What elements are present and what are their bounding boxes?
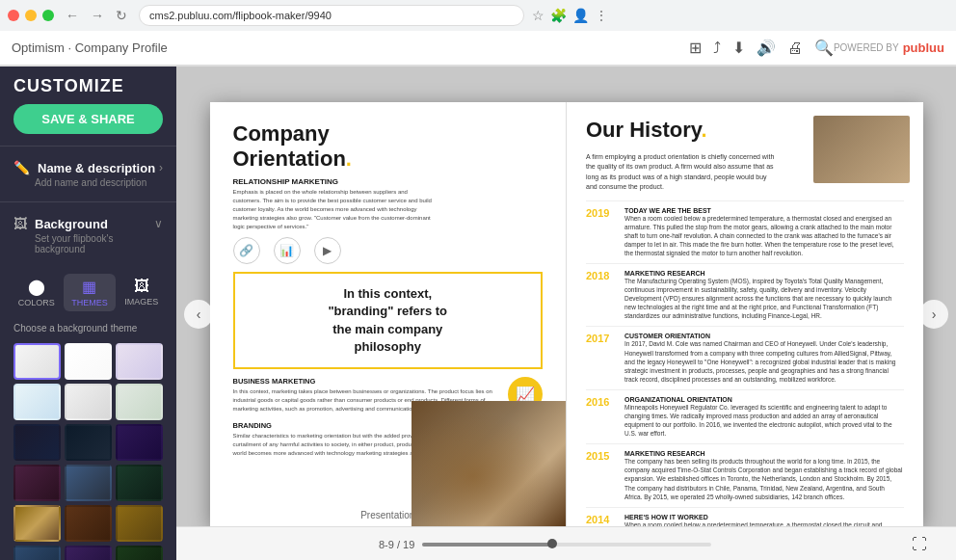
timeline-title-2017: CUSTOMER ORIENTATION [624, 333, 904, 339]
theme-swatch-4[interactable] [13, 384, 61, 420]
theme-swatch-6[interactable] [116, 384, 163, 420]
zoom-icon[interactable]: 🔍 [814, 39, 834, 57]
theme-swatch-13[interactable] [13, 505, 61, 542]
images-icon: 🖼 [134, 278, 149, 295]
year-2018: 2018 [586, 270, 617, 281]
choose-theme-label: Choose a background theme [0, 317, 176, 339]
theme-swatch-3[interactable] [116, 343, 163, 380]
back-button[interactable]: ← [62, 6, 83, 25]
theme-swatch-1[interactable] [13, 343, 61, 380]
app-toolbar: Optimism · Company Profile ⊞ ⤴ ⬇ 🔊 🖨 🔍 P… [0, 31, 956, 66]
toolbar-icons: ⊞ ⤴ ⬇ 🔊 🖨 🔍 [689, 39, 834, 57]
name-section-subtitle: Add name and description [35, 177, 163, 188]
chart-icon[interactable]: 📊 [274, 237, 301, 264]
browser-nav: ← → ↻ [62, 6, 131, 25]
timeline-title-2018: MARKETING RESEARCH [624, 270, 904, 277]
theme-swatch-5[interactable] [65, 384, 112, 420]
page-label: Presentation [360, 510, 414, 520]
theme-swatch-16[interactable] [13, 546, 61, 560]
timeline-title-2015: MARKETING RESEARCH [624, 450, 904, 457]
browser-actions: ☆ 🧩 👤 ⋮ [532, 8, 608, 23]
page-scrubber[interactable] [422, 543, 711, 547]
sidebar: CUSTOMIZE SAVE & SHARE ✏️ Name & descrip… [0, 67, 176, 560]
url-text: cms2.publuu.com/flipbook-maker/9940 [149, 10, 332, 21]
window-maximize-dot[interactable] [42, 10, 54, 21]
theme-swatch-2[interactable] [65, 343, 112, 380]
link-icon[interactable]: 🔗 [233, 237, 260, 264]
right-page-header: Our History. [586, 118, 904, 147]
timeline-item-2014: 2014 HERE'S HOW IT WORKED When a room co… [586, 507, 904, 526]
fullscreen-button[interactable]: ⛶ [912, 536, 927, 553]
timeline-item-2019: 2019 TODAY WE ARE THE BEST When a room c… [586, 200, 904, 263]
bg-section-header[interactable]: 🖼 Background ∨ [13, 216, 163, 231]
chevron-down-icon: ∨ [154, 217, 163, 230]
theme-swatch-10[interactable] [13, 465, 61, 501]
refresh-button[interactable]: ↻ [112, 6, 131, 25]
chevron-right-icon: › [159, 161, 163, 174]
brand-logo: publuu [903, 40, 944, 55]
content-area: ‹ › CompanyOrientation. RELATIONSHIP MAR… [176, 67, 956, 560]
play-icon[interactable]: ▶ [314, 237, 341, 264]
sound-icon[interactable]: 🔊 [757, 39, 776, 57]
share-icon[interactable]: ⤴ [713, 40, 721, 57]
highlight-text: In this context,"branding" refers tothe … [249, 285, 528, 356]
menu-icon[interactable]: ⋮ [595, 8, 608, 23]
sidebar-name-section[interactable]: ✏️ Name & description › Add name and des… [0, 150, 176, 198]
highlight-box: In this context,"branding" refers tothe … [233, 272, 544, 369]
powered-label: POWERED BY [834, 42, 899, 53]
profile-icon[interactable]: 👤 [572, 8, 589, 23]
bm-title: BUSINESS MARKETING [233, 377, 501, 386]
address-bar[interactable]: cms2.publuu.com/flipbook-maker/9940 [139, 5, 524, 26]
theme-swatch-7[interactable] [13, 424, 61, 461]
right-page-heading: Our History. [586, 118, 707, 143]
browser-window-controls [8, 10, 54, 21]
tab-images[interactable]: 🖼 IMAGES [117, 274, 166, 311]
timeline-item-2016: 2016 ORGANIZATIONAL ORIENTATION Minneapo… [586, 389, 904, 443]
timeline-title-2016: ORGANIZATIONAL ORIENTATION [624, 396, 904, 403]
theme-swatch-15[interactable] [116, 505, 163, 542]
scrubber-thumb[interactable] [547, 539, 557, 548]
bookmark-icon[interactable]: ☆ [532, 8, 544, 23]
sidebar-background-section[interactable]: 🖼 Background ∨ Set your flipbook's backg… [0, 206, 176, 264]
timeline-title-2019: TODAY WE ARE THE BEST [624, 207, 904, 214]
download-icon[interactable]: ⬇ [732, 39, 745, 57]
left-page-photo [412, 401, 566, 526]
timeline-title-2014: HERE'S HOW IT WORKED [624, 514, 904, 520]
timeline-text-2019: When a room cooled below a predetermined… [624, 214, 904, 257]
background-tabs: ⬤ COLORS ▦ THEMES 🖼 IMAGES [0, 268, 176, 317]
extension-icon[interactable]: 🧩 [550, 8, 567, 23]
tab-images-label: IMAGES [124, 297, 158, 307]
scrubber-fill [422, 543, 552, 547]
tab-themes[interactable]: ▦ THEMES [64, 274, 116, 311]
window-close-dot[interactable] [8, 10, 19, 21]
timeline-text-2015: The company has been selling its product… [624, 457, 904, 500]
save-share-button[interactable]: SAVE & SHARE [13, 104, 163, 134]
grid-view-icon[interactable]: ⊞ [689, 39, 702, 57]
prev-page-button[interactable]: ‹ [184, 300, 213, 329]
timeline-text-2014: When a room cooled below a predetermined… [624, 520, 904, 526]
photo-interior [412, 401, 566, 526]
theme-swatch-17[interactable] [65, 546, 112, 560]
forward-button[interactable]: → [87, 6, 108, 25]
theme-swatch-12[interactable] [116, 465, 163, 501]
theme-swatch-18[interactable] [116, 546, 163, 560]
sidebar-title: CUSTOMIZE [13, 76, 163, 96]
name-section-header[interactable]: ✏️ Name & description › [13, 160, 163, 175]
year-2016: 2016 [586, 396, 617, 408]
theme-swatch-9[interactable] [116, 424, 163, 461]
name-section-title: Name & description [38, 161, 159, 175]
theme-swatch-8[interactable] [65, 424, 112, 461]
print-icon[interactable]: 🖨 [787, 40, 803, 57]
tab-colors[interactable]: ⬤ COLORS [11, 274, 63, 311]
theme-grid [0, 339, 176, 560]
theme-swatch-11[interactable] [65, 465, 112, 501]
year-2015: 2015 [586, 450, 617, 462]
browser-titlebar: ← → ↻ cms2.publuu.com/flipbook-maker/994… [0, 0, 956, 31]
browser-chrome: ← → ↻ cms2.publuu.com/flipbook-maker/994… [0, 0, 956, 67]
sidebar-divider [0, 146, 176, 147]
theme-swatch-14[interactable] [65, 505, 112, 542]
next-page-button[interactable]: › [919, 300, 948, 329]
year-2017: 2017 [586, 333, 617, 344]
relationship-marketing-section: RELATIONSHIP MARKETING Emphasis is place… [233, 177, 544, 231]
window-minimize-dot[interactable] [25, 10, 37, 21]
